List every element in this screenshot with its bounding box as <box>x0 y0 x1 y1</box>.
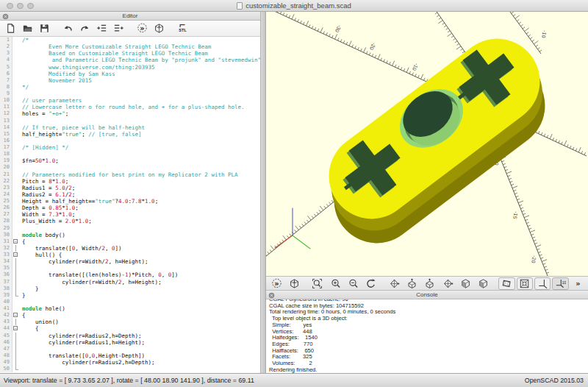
view-back-button[interactable] <box>476 277 492 290</box>
fold-gutter[interactable] <box>12 37 19 43</box>
fold-gutter[interactable] <box>12 178 19 185</box>
code-line[interactable]: 13 <box>0 118 260 124</box>
code-line[interactable]: 40 <box>0 299 260 305</box>
fold-gutter[interactable] <box>12 339 19 346</box>
code-line[interactable]: 41module hole() <box>0 305 260 312</box>
code-line[interactable]: 5 www.thingiverse.com/thing:203935 <box>0 64 260 71</box>
fold-gutter[interactable] <box>12 57 19 63</box>
code-line[interactable]: 36 translate([(len(holes)-1)*Pitch, 0, 0… <box>0 271 260 278</box>
code-line[interactable]: 16 <box>0 138 260 144</box>
fold-gutter[interactable] <box>12 292 19 299</box>
save-file-button[interactable] <box>37 21 51 35</box>
fold-gutter[interactable] <box>12 258 19 265</box>
fold-gutter[interactable] <box>12 151 19 157</box>
code-line[interactable]: 8*/ <box>0 84 260 90</box>
code-line[interactable]: 4 and Parametric LEGO Technic Beam by "p… <box>0 57 260 63</box>
fold-marker-icon[interactable]: − <box>13 326 18 330</box>
zoom-out-button[interactable] <box>345 277 361 290</box>
fold-gutter[interactable] <box>12 50 19 57</box>
code-line[interactable]: 18 <box>0 151 260 157</box>
fold-gutter[interactable] <box>12 333 19 339</box>
code-line[interactable]: 23Radius1 = 5.0/2; <box>0 185 260 191</box>
fold-gutter[interactable] <box>12 144 19 151</box>
code-line[interactable]: 20 <box>0 164 260 171</box>
code-line[interactable]: 42−{ <box>0 312 260 319</box>
code-line[interactable]: 28Plus_Width = 2.0*1.0; <box>0 218 260 224</box>
code-line[interactable]: 6 Modified by Sam Kass <box>0 71 260 77</box>
fold-gutter[interactable] <box>12 64 19 71</box>
code-line[interactable]: 29 <box>0 225 260 232</box>
code-editor[interactable]: 1/*2 Even More Customizable Straight LEG… <box>0 37 260 373</box>
fold-gutter[interactable]: − <box>12 252 19 258</box>
code-line[interactable]: 9 <box>0 90 260 97</box>
fold-gutter[interactable] <box>12 118 19 124</box>
scale-markers-button[interactable] <box>552 277 568 290</box>
code-line[interactable]: 47 <box>0 346 260 352</box>
fold-gutter[interactable] <box>12 346 19 352</box>
code-line[interactable]: 12holes = "+o+"; <box>0 110 260 117</box>
fold-gutter[interactable] <box>12 71 19 77</box>
code-line[interactable]: 35 <box>0 265 260 271</box>
fold-gutter[interactable] <box>12 359 19 366</box>
code-line[interactable]: 45 cylinder(r=Radius2,h=Depth); <box>0 333 260 339</box>
fold-gutter[interactable] <box>12 138 19 144</box>
new-file-button[interactable] <box>3 21 18 35</box>
zoom-in-button[interactable] <box>327 277 343 290</box>
3d-viewport[interactable]: -30-20-1010-10-10-15-2020 <box>266 12 588 276</box>
console-output[interactable]: CGAL Polyhedrons in cache: 96CGAL cache … <box>266 299 588 373</box>
orthogonal-button[interactable] <box>517 277 533 290</box>
view-bottom-button[interactable] <box>422 277 438 290</box>
code-line[interactable]: 38 } <box>0 285 260 292</box>
code-line[interactable]: 30module body() <box>0 232 260 238</box>
code-line[interactable]: 24Radius2 = 6.1/2; <box>0 191 260 198</box>
code-line[interactable]: 2 Even More Customizable Straight LEGO T… <box>0 43 260 50</box>
code-line[interactable]: 49 cylinder(r=Radius2,h=Depth); <box>0 359 260 366</box>
fold-marker-icon[interactable]: − <box>13 239 18 244</box>
code-line[interactable]: 25Height = half_height=="true"?4.0:7.8*1… <box>0 198 260 205</box>
open-file-button[interactable] <box>20 21 35 35</box>
fold-gutter[interactable] <box>12 131 19 138</box>
code-line[interactable]: 21// Parameters modified for best print … <box>0 171 260 178</box>
code-line[interactable]: 44− { <box>0 325 260 332</box>
fold-gutter[interactable] <box>12 191 19 198</box>
fold-gutter[interactable] <box>12 124 19 131</box>
fold-gutter[interactable] <box>12 84 19 90</box>
fold-gutter[interactable] <box>12 77 19 84</box>
fold-gutter[interactable] <box>12 198 19 205</box>
fold-gutter[interactable] <box>12 225 19 232</box>
view-front-button[interactable] <box>457 277 473 290</box>
fold-marker-icon[interactable]: − <box>13 252 18 257</box>
code-line[interactable]: 7 November 2015 <box>0 77 260 84</box>
fold-gutter[interactable] <box>12 366 19 372</box>
fold-gutter[interactable] <box>12 90 19 97</box>
render-button[interactable] <box>151 21 166 35</box>
fold-gutter[interactable] <box>12 97 19 104</box>
fold-gutter[interactable] <box>12 218 19 224</box>
undo-button[interactable] <box>60 21 75 35</box>
code-line[interactable]: 14// If true, piece will be half-height <box>0 124 260 131</box>
fold-gutter[interactable]: − <box>12 238 19 245</box>
fold-gutter[interactable] <box>12 164 19 171</box>
code-line[interactable]: 34 cylinder(r=Width/2, h=Height); <box>0 258 260 265</box>
fold-gutter[interactable] <box>12 43 19 50</box>
preview-button[interactable] <box>135 21 149 35</box>
indent-button[interactable] <box>111 21 126 35</box>
fold-gutter[interactable] <box>12 211 19 218</box>
fold-gutter[interactable] <box>12 352 19 359</box>
fold-gutter[interactable]: − <box>12 325 19 332</box>
code-line[interactable]: 22Pitch = 8*1.0; <box>0 178 260 185</box>
code-line[interactable]: 27Width = 7.3*1.0; <box>0 211 260 218</box>
more-button[interactable] <box>570 277 587 290</box>
fold-gutter[interactable] <box>12 205 19 211</box>
code-line[interactable]: 48 translate([0,0,Height-Depth]) <box>0 352 260 359</box>
fold-gutter[interactable] <box>12 279 19 285</box>
fold-gutter[interactable] <box>12 245 19 252</box>
redo-button[interactable] <box>77 21 92 35</box>
code-line[interactable]: 19$fn=50*1.0; <box>0 157 260 164</box>
view-right-button[interactable] <box>386 277 402 290</box>
fold-gutter[interactable]: − <box>12 312 19 319</box>
fold-gutter[interactable] <box>12 299 19 305</box>
view-top-button[interactable] <box>404 277 420 290</box>
unindent-button[interactable] <box>94 21 109 35</box>
code-line[interactable]: 10// user parameters <box>0 97 260 104</box>
